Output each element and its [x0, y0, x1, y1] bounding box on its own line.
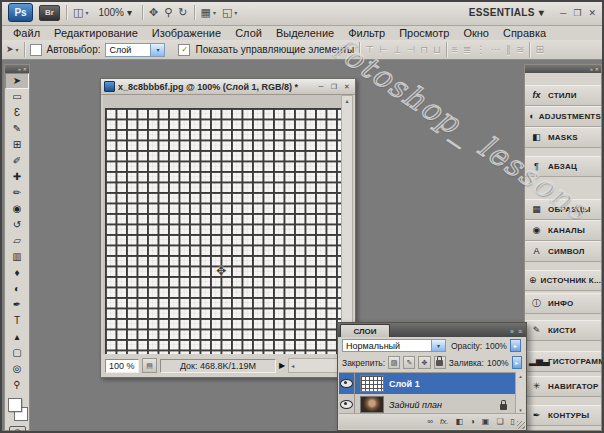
fill-slider-arrow-icon[interactable]: ▸	[512, 356, 522, 369]
delete-layer-icon[interactable]: ▯	[511, 417, 515, 426]
lasso-tool[interactable]: Ɛ	[5, 105, 29, 121]
lock-transparent-pixels-button[interactable]: ▨	[388, 356, 400, 369]
autoselect-checkbox[interactable]	[30, 44, 42, 56]
close-button[interactable]: ✕	[588, 8, 596, 18]
layer-row-layer1[interactable]: Слой 1	[339, 373, 515, 394]
workspace-switcher-button[interactable]: ESSENTIALS ▾	[469, 7, 544, 18]
canvas-grid-image[interactable]	[105, 108, 341, 354]
document-title-bar[interactable]: x_8c8bbb6f.jpg @ 100% (Слой 1, RGB/8) * …	[101, 79, 355, 95]
brush-tool[interactable]: ✏	[5, 185, 29, 201]
background-thumbnail[interactable]	[360, 396, 384, 413]
rectangle-tool[interactable]: ▢	[5, 345, 29, 361]
autoselect-target-dropdown[interactable]: Слой ▾	[105, 43, 165, 57]
menu-image[interactable]: Изображение	[145, 27, 228, 39]
menu-layer[interactable]: Слой	[228, 27, 269, 39]
zoom-tool[interactable]: ⚲	[5, 377, 29, 393]
dock-panel-masks[interactable]: ◧ MASKS	[525, 127, 601, 148]
layer-style-icon[interactable]: fx.	[440, 417, 448, 426]
menu-file[interactable]: Файл	[6, 27, 47, 39]
dock-panel-histogram[interactable]: ▂▅▃ ГИСТОГРАММА	[525, 351, 601, 372]
close-panel-icon[interactable]: ✕	[23, 66, 27, 72]
layer-name[interactable]: Слой 1	[389, 379, 420, 389]
clone-stamp-tool[interactable]: ◉	[5, 201, 29, 217]
layer-row-background[interactable]: Задний план	[339, 394, 515, 415]
distribute-horizontal-centers-icon[interactable]: ∥	[506, 45, 511, 55]
layers-list-scrollbar[interactable]: ▴ ▾	[515, 372, 525, 414]
doc-close-button[interactable]: ✕	[342, 83, 352, 91]
status-options-arrow-icon[interactable]: ▶	[279, 361, 285, 370]
opacity-value[interactable]: 100%	[485, 341, 507, 351]
foreground-color-swatch[interactable]	[8, 398, 22, 412]
show-transform-controls-checkbox[interactable]: ✓	[178, 44, 190, 56]
opacity-slider-arrow-icon[interactable]: ▸	[510, 339, 521, 352]
dodge-tool[interactable]: ◐	[5, 281, 29, 297]
auto-align-layers-icon[interactable]: ⊞	[535, 45, 543, 55]
hand-tool-button[interactable]: ✥	[149, 7, 158, 18]
menu-help[interactable]: Справка	[496, 27, 553, 39]
document-vertical-scrollbar[interactable]: ▴ ▾	[341, 95, 353, 354]
doc-minimize-button[interactable]: ─	[316, 83, 326, 90]
rectangular-marquee-tool[interactable]: ▭	[5, 89, 29, 105]
align-bottom-edges-icon[interactable]: ⊥	[393, 45, 402, 55]
quick-selection-tool[interactable]: ✎	[5, 121, 29, 137]
align-top-edges-icon[interactable]: ⊤	[365, 45, 374, 55]
distribute-vertical-centers-icon[interactable]: ≣	[463, 45, 471, 55]
spot-healing-brush-tool[interactable]: ✚	[5, 169, 29, 185]
align-left-edges-icon[interactable]: ⊣	[406, 45, 415, 55]
lock-position-button[interactable]: ✥	[418, 356, 430, 369]
new-adjustment-layer-icon[interactable]: ◑	[470, 417, 475, 426]
move-tool[interactable]: ➤	[5, 73, 29, 89]
quick-mask-button[interactable]	[9, 426, 26, 433]
history-brush-tool[interactable]: ↺	[5, 217, 29, 233]
arrange-documents-button[interactable]: ◫ ▾	[73, 7, 88, 18]
menu-view[interactable]: Просмотр	[392, 27, 456, 39]
dock-panel-styles[interactable]: fx СТИЛИ	[525, 85, 601, 106]
dock-panel-brushes[interactable]: ✎ КИСТИ	[525, 320, 601, 341]
distribute-top-edges-icon[interactable]: ≡	[452, 45, 458, 55]
blur-tool[interactable]: ♦	[5, 265, 29, 281]
zoom-level-dropdown[interactable]: 100% ▾	[94, 6, 136, 19]
visibility-cell[interactable]	[339, 394, 355, 415]
lock-all-button[interactable]	[434, 356, 446, 369]
collapse-panel-icon[interactable]: »	[18, 66, 21, 72]
collapse-dock-icon[interactable]: »	[590, 66, 593, 72]
rotate-3d-tool[interactable]: ◎	[5, 361, 29, 377]
fill-value[interactable]: 100%	[487, 358, 509, 368]
distribute-right-edges-icon[interactable]: ≋	[516, 45, 524, 55]
dock-panel-adjustments[interactable]: ◐ ADJUSTMENTS	[525, 106, 601, 127]
close-dock-icon[interactable]: ✕	[595, 66, 599, 72]
link-layers-icon[interactable]: ∞	[427, 417, 433, 426]
scroll-up-icon[interactable]: ▴	[345, 97, 348, 104]
blend-mode-dropdown[interactable]: Нормальный ▾	[342, 339, 446, 352]
canvas-area[interactable]	[103, 95, 341, 354]
screen-mode-button[interactable]: ◱ ▾	[222, 7, 237, 18]
pen-tool[interactable]: ✒	[5, 297, 29, 313]
type-tool[interactable]: T	[5, 313, 29, 329]
minimize-button[interactable]: ─	[560, 8, 566, 18]
new-group-icon[interactable]: ▣	[482, 417, 490, 426]
bridge-icon[interactable]: Br	[39, 5, 60, 21]
dock-panel-paragraph[interactable]: ¶ АБЗАЦ	[525, 156, 601, 177]
align-vertical-centers-icon[interactable]: ⊢	[379, 45, 388, 55]
dock-panel-clone-source[interactable]: ⊕ ИСТОЧНИК К...	[525, 270, 601, 291]
dock-panel-swatches[interactable]: ▦ ОБРАЗЦЫ	[525, 199, 601, 220]
dock-panel-info[interactable]: ⓘ ИНФО	[525, 293, 601, 314]
align-right-edges-icon[interactable]: ⊔	[433, 45, 441, 55]
lock-image-pixels-button[interactable]: ✎	[403, 356, 415, 369]
dock-panel-channels[interactable]: ◉ КАНАЛЫ	[525, 220, 601, 241]
dock-panel-character[interactable]: A СИМВОЛ	[525, 241, 601, 262]
status-zoom-field[interactable]: 100 %	[105, 359, 139, 373]
layer-name[interactable]: Задний план	[389, 400, 442, 410]
rotate-view-button[interactable]: ↻	[178, 7, 187, 18]
collapse-panel-icon[interactable]: »	[510, 328, 514, 335]
menu-edit[interactable]: Редактирование	[47, 27, 145, 39]
menu-select[interactable]: Выделение	[269, 27, 341, 39]
distribute-bottom-edges-icon[interactable]: ⋮	[476, 45, 486, 55]
panel-resize-grip[interactable]	[517, 421, 525, 429]
eyedropper-tool[interactable]: ✐	[5, 153, 29, 169]
dock-panel-paths[interactable]: ✒ КОНТУРЫ	[525, 405, 601, 426]
layer1-thumbnail[interactable]	[360, 375, 384, 392]
dock-panel-navigator[interactable]: ✳ НАВИГАТОР	[525, 376, 601, 397]
distribute-left-edges-icon[interactable]: ⋯	[491, 45, 501, 55]
panel-menu-icon[interactable]: ≡	[518, 328, 522, 335]
